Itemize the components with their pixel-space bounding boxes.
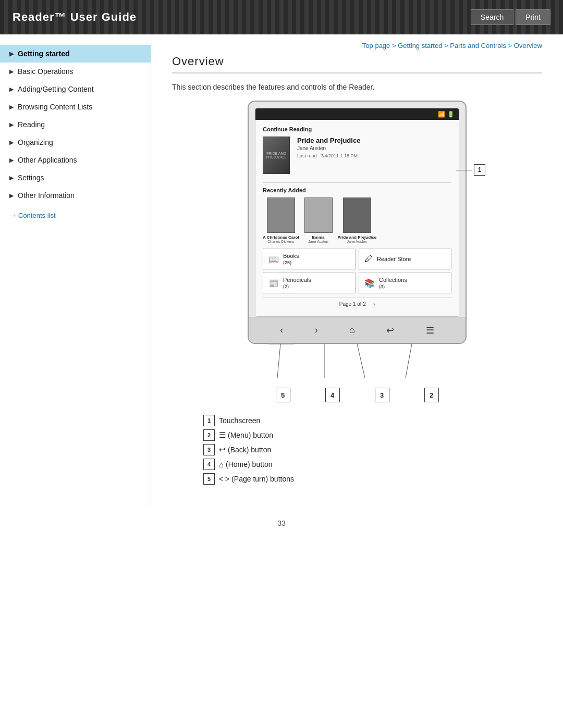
legend-item-4: 4 ⌂ (Home) button: [203, 459, 542, 470]
continue-reading-row: PRIDE AND PREJUDICE Pride and Prejudice …: [263, 137, 451, 174]
search-button[interactable]: Search: [471, 9, 513, 25]
books-icon: 📖: [268, 254, 279, 264]
legend-num-1: 1: [203, 415, 215, 426]
legend-item-2: 2 ☰ (Menu) button: [203, 429, 542, 441]
page-title-section: Overview: [172, 55, 542, 73]
numbered-labels-row: 5 4 3 2: [248, 388, 467, 402]
breadcrumb-getting-started[interactable]: Getting started: [398, 42, 442, 50]
sidebar-item-label: Browsing Content Lists: [18, 103, 92, 111]
menu-button-icon[interactable]: ☰: [426, 325, 434, 336]
small-book-author-1: Charles Dickens: [267, 240, 294, 243]
legend: 1 Touchscreen 2 ☰ (Menu) button 3 ↩ (Bac…: [172, 415, 542, 485]
menu-item-collections[interactable]: 📚 Collections(3): [359, 273, 451, 293]
sidebar-item-label: Adding/Getting Content: [18, 85, 94, 93]
menu-item-reader-store[interactable]: 🖊 Reader Store: [359, 249, 451, 269]
num-box-3: 3: [375, 388, 389, 402]
sidebar-item-organizing[interactable]: ▶Organizing: [0, 133, 151, 151]
breadcrumb-sep2: >: [444, 42, 450, 50]
sidebar-item-basic-operations[interactable]: ▶Basic Operations: [0, 63, 151, 80]
breadcrumb-parts-controls[interactable]: Parts and Controls: [450, 42, 506, 50]
legend-item-3: 3 ↩ (Back) button: [203, 444, 542, 455]
featured-book-title: Pride and Prejudice: [297, 137, 360, 144]
menu-item-periodicals[interactable]: 📰 Periodicals(2): [263, 273, 356, 293]
small-book-title-2: Emma: [312, 235, 324, 240]
sidebar-item-getting-started[interactable]: ▶Getting started: [0, 45, 151, 63]
sidebar-item-other-applications[interactable]: ▶Other Applications: [0, 151, 151, 169]
next-page-button[interactable]: ›: [315, 325, 318, 336]
small-book-author-2: Jane Austen: [308, 240, 328, 243]
back-button-icon[interactable]: ↩: [386, 325, 394, 336]
small-book-1: A Christmas Carol Charles Dickens: [263, 198, 299, 243]
recently-added-label: Recently Added: [263, 187, 451, 193]
periodicals-label: Periodicals(2): [283, 277, 311, 289]
sidebar-item-label: Other Information: [18, 191, 75, 200]
page-nav: Page 1 of 2 ›: [263, 298, 451, 310]
sidebar-item-other-information[interactable]: ▶Other Information: [0, 187, 151, 204]
sidebar-item-settings[interactable]: ▶Settings: [0, 169, 151, 187]
content-area: Top page > Getting started > Parts and C…: [151, 34, 563, 509]
divider: [263, 182, 451, 183]
collections-icon: 📚: [364, 278, 375, 288]
sidebar-arrow-icon: ▶: [9, 121, 14, 128]
sidebar-item-reading[interactable]: ▶Reading: [0, 116, 151, 133]
screen-content: Continue Reading PRIDE AND PREJUDICE Pri…: [255, 120, 459, 316]
legend-num-2: 2: [203, 429, 215, 441]
contents-list-link[interactable]: →Contents list: [9, 212, 141, 219]
page-description: This section describes the features and …: [172, 83, 542, 91]
sidebar-item-label: Getting started: [18, 50, 70, 58]
legend-label-1: Touchscreen: [219, 416, 260, 425]
breadcrumb-sep1: >: [392, 42, 398, 50]
callout-lines-svg: [248, 344, 467, 386]
sidebar-item-adding-content[interactable]: ▶Adding/Getting Content: [0, 80, 151, 98]
prev-page-button[interactable]: ‹: [280, 325, 283, 336]
recently-added-row: A Christmas Carol Charles Dickens Emma J…: [263, 198, 451, 243]
ereader-screen: 📶 🔋 Continue Reading PRIDE AND PREJUDICE: [255, 108, 459, 317]
books-label: Books(25): [283, 253, 299, 265]
home-button-icon[interactable]: ⌂: [349, 325, 355, 336]
sidebar-item-label: Organizing: [18, 138, 53, 146]
print-button[interactable]: Print: [516, 9, 550, 25]
continue-reading-label: Continue Reading: [263, 126, 451, 132]
sidebar-item-browsing-content[interactable]: ▶Browsing Content Lists: [0, 98, 151, 116]
page-number: 33: [277, 519, 286, 527]
sidebar-arrow-icon: ▶: [9, 157, 14, 164]
status-icons: 📶 🔋: [438, 111, 455, 118]
menu-item-books[interactable]: 📖 Books(25): [263, 249, 356, 269]
legend-item-1: 1 Touchscreen: [203, 415, 542, 426]
page-nav-next-icon[interactable]: ›: [373, 301, 375, 307]
small-book-author-3: Jane Austen: [347, 240, 368, 243]
num-box-5: 5: [276, 388, 290, 402]
app-title: Reader™ User Guide: [13, 10, 137, 24]
small-book-3: Pride and Prejudice Jane Austen: [338, 198, 377, 243]
sidebar-arrow-icon: ▶: [9, 175, 14, 181]
small-book-title-3: Pride and Prejudice: [338, 235, 377, 240]
periodicals-icon: 📰: [268, 278, 279, 288]
callout-line-1: [456, 170, 472, 170]
legend-item-5: 5 < > (Page turn) buttons: [203, 473, 542, 485]
main-layout: ▶Getting started▶Basic Operations▶Adding…: [0, 34, 563, 509]
num-box-4: 4: [325, 388, 340, 402]
small-book-thumb-2: [304, 198, 333, 233]
svg-line-2: [357, 344, 365, 378]
legend-label-2: (Menu) button: [228, 431, 273, 439]
breadcrumb-top-page[interactable]: Top page: [362, 42, 390, 50]
featured-book-thumbnail: PRIDE AND PREJUDICE: [263, 137, 290, 174]
featured-book-last-read: Last read : 7/4/2011 1:18 PM: [297, 153, 360, 158]
device-nav-bar: ‹ › ⌂ ↩ ☰: [249, 317, 466, 343]
battery-icon: 🔋: [447, 111, 455, 118]
legend-label-4: (Home) button: [226, 460, 272, 468]
small-book-title-1: A Christmas Carol: [263, 235, 299, 240]
sidebar-arrow-icon: ▶: [9, 192, 14, 199]
sidebar: ▶Getting started▶Basic Operations▶Adding…: [0, 34, 151, 509]
legend-num-3: 3: [203, 444, 215, 455]
contents-link-label: Contents list: [18, 212, 56, 219]
svg-line-0: [277, 344, 280, 378]
breadcrumb: Top page > Getting started > Parts and C…: [172, 34, 542, 55]
collections-label: Collections(3): [379, 277, 407, 289]
page-footer: 33: [0, 509, 563, 538]
back-legend-icon: ↩: [219, 445, 226, 454]
device-illustration: 📶 🔋 Continue Reading PRIDE AND PREJUDICE: [172, 101, 542, 402]
device-wrapper: 📶 🔋 Continue Reading PRIDE AND PREJUDICE: [248, 101, 467, 402]
reader-store-label: Reader Store: [377, 256, 411, 262]
small-book-thumb-3: [343, 198, 371, 233]
